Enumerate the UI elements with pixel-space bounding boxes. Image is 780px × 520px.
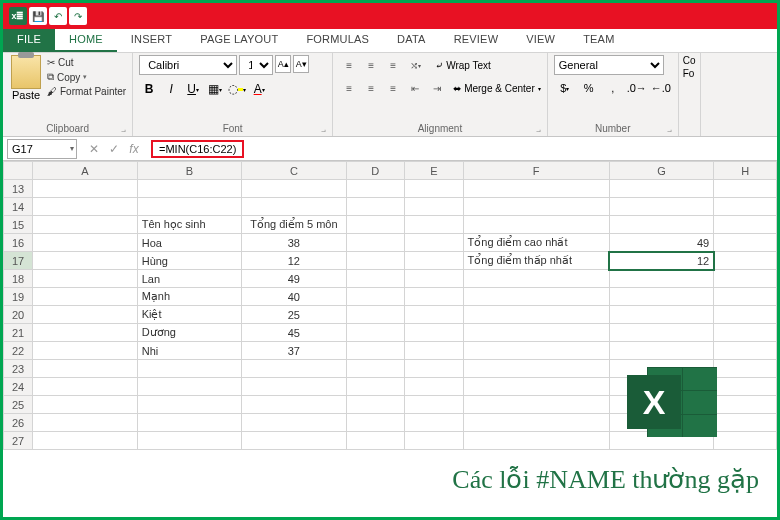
cell-E22[interactable]	[405, 342, 463, 360]
cell-H16[interactable]	[714, 234, 777, 252]
cell-A21[interactable]	[33, 324, 137, 342]
row-header-23[interactable]: 23	[4, 360, 33, 378]
tab-view[interactable]: VIEW	[512, 29, 569, 52]
font-size-select[interactable]: 11	[239, 55, 273, 75]
cell-C13[interactable]	[242, 180, 346, 198]
cell-B16[interactable]: Hoa	[137, 234, 241, 252]
cell-A24[interactable]	[33, 378, 137, 396]
cell-A15[interactable]	[33, 216, 137, 234]
cell-A14[interactable]	[33, 198, 137, 216]
cell-H14[interactable]	[714, 198, 777, 216]
cell-A18[interactable]	[33, 270, 137, 288]
cell-C19[interactable]: 40	[242, 288, 346, 306]
align-center-icon[interactable]: ≡	[361, 78, 381, 98]
cell-C18[interactable]: 49	[242, 270, 346, 288]
cell-E23[interactable]	[405, 360, 463, 378]
cell-C22[interactable]: 37	[242, 342, 346, 360]
cell-H19[interactable]	[714, 288, 777, 306]
tab-review[interactable]: REVIEW	[440, 29, 513, 52]
row-header-14[interactable]: 14	[4, 198, 33, 216]
cell-F24[interactable]	[463, 378, 609, 396]
cell-A20[interactable]	[33, 306, 137, 324]
row-header-19[interactable]: 19	[4, 288, 33, 306]
name-box[interactable]: G17	[7, 139, 77, 159]
cell-D17[interactable]	[346, 252, 404, 270]
cell-F21[interactable]	[463, 324, 609, 342]
cell-F13[interactable]	[463, 180, 609, 198]
redo-icon[interactable]: ↷	[69, 7, 87, 25]
cell-B23[interactable]	[137, 360, 241, 378]
col-header-C[interactable]: C	[242, 162, 346, 180]
cell-D26[interactable]	[346, 414, 404, 432]
cell-B27[interactable]	[137, 432, 241, 450]
row-header-15[interactable]: 15	[4, 216, 33, 234]
cell-H18[interactable]	[714, 270, 777, 288]
row-header-17[interactable]: 17	[4, 252, 33, 270]
underline-button[interactable]: U▾	[183, 78, 203, 100]
cell-E20[interactable]	[405, 306, 463, 324]
align-left-icon[interactable]: ≡	[339, 78, 359, 98]
cell-H15[interactable]	[714, 216, 777, 234]
cell-A23[interactable]	[33, 360, 137, 378]
decrease-decimal-icon[interactable]: ←.0	[650, 78, 672, 98]
cell-F19[interactable]	[463, 288, 609, 306]
cell-D13[interactable]	[346, 180, 404, 198]
fx-icon[interactable]: fx	[125, 142, 143, 156]
cell-E26[interactable]	[405, 414, 463, 432]
cell-H22[interactable]	[714, 342, 777, 360]
cell-E21[interactable]	[405, 324, 463, 342]
increase-decimal-icon[interactable]: .0→	[626, 78, 648, 98]
cell-E24[interactable]	[405, 378, 463, 396]
cell-F25[interactable]	[463, 396, 609, 414]
tab-page-layout[interactable]: PAGE LAYOUT	[186, 29, 292, 52]
format-painter-button[interactable]: 🖌Format Painter	[47, 86, 126, 97]
tab-team[interactable]: TEAM	[569, 29, 628, 52]
cell-C24[interactable]	[242, 378, 346, 396]
cell-F20[interactable]	[463, 306, 609, 324]
cell-E25[interactable]	[405, 396, 463, 414]
comma-icon[interactable]: ,	[602, 78, 624, 98]
cell-B22[interactable]: Nhi	[137, 342, 241, 360]
currency-icon[interactable]: $▾	[554, 78, 576, 98]
orientation-icon[interactable]: ⤭▾	[405, 55, 425, 75]
cell-H17[interactable]	[714, 252, 777, 270]
increase-font-icon[interactable]: A▴	[275, 55, 291, 73]
cell-B18[interactable]: Lan	[137, 270, 241, 288]
cell-H26[interactable]	[714, 414, 777, 432]
cell-E18[interactable]	[405, 270, 463, 288]
cell-D14[interactable]	[346, 198, 404, 216]
cell-A27[interactable]	[33, 432, 137, 450]
cell-H25[interactable]	[714, 396, 777, 414]
format-as-table-button[interactable]: Fo	[683, 68, 696, 79]
select-all-cell[interactable]	[4, 162, 33, 180]
cell-F14[interactable]	[463, 198, 609, 216]
cell-D21[interactable]	[346, 324, 404, 342]
row-header-21[interactable]: 21	[4, 324, 33, 342]
cell-B25[interactable]	[137, 396, 241, 414]
cell-B15[interactable]: Tên học sinh	[137, 216, 241, 234]
cell-G21[interactable]	[609, 324, 713, 342]
enter-icon[interactable]: ✓	[105, 142, 123, 156]
align-bottom-icon[interactable]: ≡	[383, 55, 403, 75]
cell-C25[interactable]	[242, 396, 346, 414]
cell-D22[interactable]	[346, 342, 404, 360]
italic-button[interactable]: I	[161, 78, 181, 100]
cell-C21[interactable]: 45	[242, 324, 346, 342]
indent-inc-icon[interactable]: ⇥	[427, 78, 447, 98]
tab-file[interactable]: FILE	[3, 29, 55, 52]
percent-icon[interactable]: %	[578, 78, 600, 98]
cell-F17[interactable]: Tổng điểm thấp nhất	[463, 252, 609, 270]
cell-E17[interactable]	[405, 252, 463, 270]
bold-button[interactable]: B	[139, 78, 159, 100]
wrap-text-button[interactable]: ⤶Wrap Text	[435, 55, 491, 75]
number-format-select[interactable]: General	[554, 55, 664, 75]
cell-D20[interactable]	[346, 306, 404, 324]
cell-G17[interactable]: 12	[609, 252, 713, 270]
cell-G18[interactable]	[609, 270, 713, 288]
row-header-22[interactable]: 22	[4, 342, 33, 360]
col-header-E[interactable]: E	[405, 162, 463, 180]
col-header-D[interactable]: D	[346, 162, 404, 180]
tab-formulas[interactable]: FORMULAS	[292, 29, 383, 52]
col-header-F[interactable]: F	[463, 162, 609, 180]
cell-F23[interactable]	[463, 360, 609, 378]
